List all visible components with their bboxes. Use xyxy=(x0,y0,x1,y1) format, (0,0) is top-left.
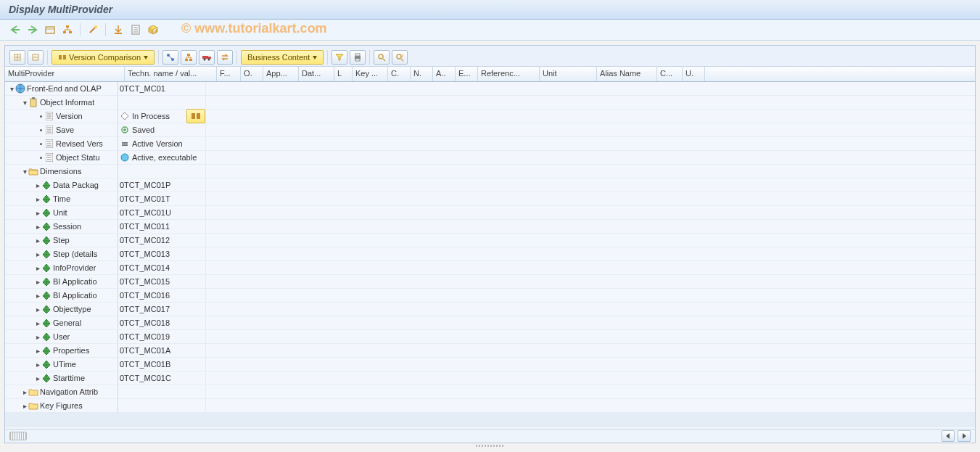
col-dat[interactable]: Dat... xyxy=(299,67,334,81)
tech-value: 0TCT_MC01T xyxy=(120,194,170,203)
col-n[interactable]: N. xyxy=(411,67,433,81)
col-f[interactable]: F... xyxy=(217,67,241,81)
transport-icon[interactable] xyxy=(199,50,215,65)
expand-toggle[interactable]: ▸ xyxy=(34,195,41,202)
col-a[interactable]: A.. xyxy=(433,67,456,81)
dimension-icon xyxy=(41,290,52,300)
status-value: Active Version xyxy=(132,139,183,148)
col-aliasname[interactable]: Alias Name xyxy=(597,67,657,81)
tech-value: 0TCT_MC013 xyxy=(120,250,170,258)
expand-toggle[interactable]: ▸ xyxy=(34,264,41,271)
tree-row-keyfigures[interactable]: ▸ Key Figures xyxy=(5,399,975,413)
tree-row-dimension[interactable]: ▸Data Packag0TCT_MC01P xyxy=(5,178,975,192)
col-referenc[interactable]: Referenc... xyxy=(478,67,540,81)
expand-toggle[interactable]: ▸ xyxy=(34,319,41,326)
expand-toggle[interactable]: ▾ xyxy=(21,168,28,175)
svg-line-31 xyxy=(383,59,385,61)
col-key[interactable]: Key ... xyxy=(353,67,388,81)
where-used-icon[interactable] xyxy=(162,50,178,65)
col-unit[interactable]: Unit xyxy=(540,67,597,81)
tree-row-objinfo[interactable]: ▾ Object Informat xyxy=(5,96,975,110)
col-c[interactable]: C. xyxy=(388,67,411,81)
scroll-right-button[interactable] xyxy=(958,430,971,442)
col-l[interactable]: L xyxy=(334,67,353,81)
find-next-icon[interactable] xyxy=(392,50,408,65)
tree-row-dimension[interactable]: ▸Step0TCT_MC012 xyxy=(5,234,975,247)
tree-row-dimension[interactable]: ▸Objecttype0TCT_MC017 xyxy=(5,303,975,316)
find-icon[interactable] xyxy=(374,50,390,65)
filter-down-icon[interactable] xyxy=(332,50,347,65)
expand-toggle[interactable]: ▾ xyxy=(8,85,15,92)
print-icon[interactable] xyxy=(350,50,366,65)
expand-toggle[interactable]: ▸ xyxy=(34,223,41,230)
expand-toggle[interactable]: ▸ xyxy=(34,333,41,340)
version-comparison-button[interactable]: Version Comparison xyxy=(52,50,155,65)
expand-toggle[interactable]: ▸ xyxy=(34,250,41,258)
wand-icon[interactable] xyxy=(86,23,99,36)
document-icon[interactable] xyxy=(129,23,142,36)
col-u[interactable]: U. xyxy=(683,67,705,81)
tech-value: 0TCT_MC017 xyxy=(120,305,170,313)
tree-row-root[interactable]: ▾ Front-End and OLAP 0TCT_MC01 xyxy=(5,82,975,96)
expand-toggle[interactable]: ▸ xyxy=(34,278,41,285)
col-e[interactable]: E... xyxy=(456,67,478,81)
tree-row-dimension[interactable]: ▸General0TCT_MC018 xyxy=(5,316,975,330)
tree-row-dimension[interactable]: ▸InfoProvider0TCT_MC014 xyxy=(5,261,975,275)
tree-collapse-icon[interactable] xyxy=(28,50,44,65)
tree-row-dimension[interactable]: ▸Session0TCT_MC011 xyxy=(5,220,975,234)
tree-row-dimensions[interactable]: ▾ Dimensions xyxy=(5,165,975,178)
tree-row-revised[interactable]: Revised Vers Active Version xyxy=(5,137,975,151)
node-label: Save xyxy=(56,126,74,134)
tree-row-dimension[interactable]: ▸Properties0TCT_MC01A xyxy=(5,344,975,358)
hierarchy-button-icon[interactable] xyxy=(181,50,197,65)
forward-icon[interactable] xyxy=(26,23,39,36)
expand-toggle[interactable]: ▸ xyxy=(34,361,41,368)
col-c2[interactable]: C... xyxy=(657,67,683,81)
business-content-button[interactable]: Business Content xyxy=(241,50,324,65)
tree-row-dimension[interactable]: ▸UTime0TCT_MC01B xyxy=(5,358,975,371)
expand-toggle[interactable]: ▸ xyxy=(34,374,41,382)
folder-icon xyxy=(28,387,38,397)
dimension-icon xyxy=(41,332,52,342)
expand-toggle[interactable]: ▸ xyxy=(34,347,41,354)
tree-row-dimension[interactable]: ▸BI Applicatio0TCT_MC016 xyxy=(5,289,975,303)
status-value: In Process xyxy=(132,112,170,120)
expand-toggle[interactable]: ▸ xyxy=(34,305,41,313)
tree-row-dimension[interactable]: ▸User0TCT_MC019 xyxy=(5,330,975,344)
tree-row-dimension[interactable]: ▸Unit0TCT_MC01U xyxy=(5,206,975,220)
expand-toggle[interactable]: ▸ xyxy=(21,402,28,409)
expand-toggle[interactable]: ▸ xyxy=(34,292,41,299)
expand-toggle[interactable]: ▸ xyxy=(34,181,41,189)
scroll-left-button[interactable] xyxy=(942,430,955,442)
col-o[interactable]: O. xyxy=(241,67,263,81)
expand-toggle[interactable]: ▸ xyxy=(34,209,41,216)
expand-toggle[interactable]: ▸ xyxy=(21,388,28,395)
saved-icon xyxy=(120,125,130,135)
expand-toggle[interactable]: ▸ xyxy=(34,237,41,244)
hierarchy-icon[interactable] xyxy=(61,23,74,36)
svg-rect-2 xyxy=(66,25,69,28)
back-icon[interactable] xyxy=(9,23,22,36)
tree-row-save[interactable]: Save Saved xyxy=(5,123,975,137)
tree-expand-icon[interactable] xyxy=(9,50,25,65)
col-multiprovider[interactable]: MultiProvider xyxy=(5,67,125,81)
cube-icon[interactable] xyxy=(147,23,160,36)
tree-row-objstatus[interactable]: Object Statu Active, executable xyxy=(5,151,975,165)
tree-row-dimension[interactable]: ▸Step (details0TCT_MC013 xyxy=(5,247,975,261)
tree-row-navattr[interactable]: ▸ Navigation Attrib xyxy=(5,385,975,399)
tree-body[interactable]: ▾ Front-End and OLAP 0TCT_MC01 ▾ Object … xyxy=(5,82,975,429)
tree-row-dimension[interactable]: ▸Time0TCT_MC01T xyxy=(5,192,975,206)
node-label: Key Figures xyxy=(40,401,83,410)
tree-row-dimension[interactable]: ▸BI Applicatio0TCT_MC015 xyxy=(5,275,975,289)
activate-icon[interactable] xyxy=(112,23,125,36)
col-techname[interactable]: Techn. name / val... xyxy=(125,67,217,81)
tree-row-version[interactable]: Version In Process xyxy=(5,110,975,123)
resize-grip-icon[interactable] xyxy=(9,432,27,440)
splitter-handle[interactable] xyxy=(4,443,976,448)
swap-icon[interactable] xyxy=(217,50,233,65)
window-icon[interactable] xyxy=(44,23,57,36)
tree-row-dimension[interactable]: ▸Starttime0TCT_MC01C xyxy=(5,371,975,385)
col-app[interactable]: App... xyxy=(263,67,299,81)
expand-toggle[interactable]: ▾ xyxy=(21,99,28,106)
version-detail-button[interactable] xyxy=(186,109,205,123)
